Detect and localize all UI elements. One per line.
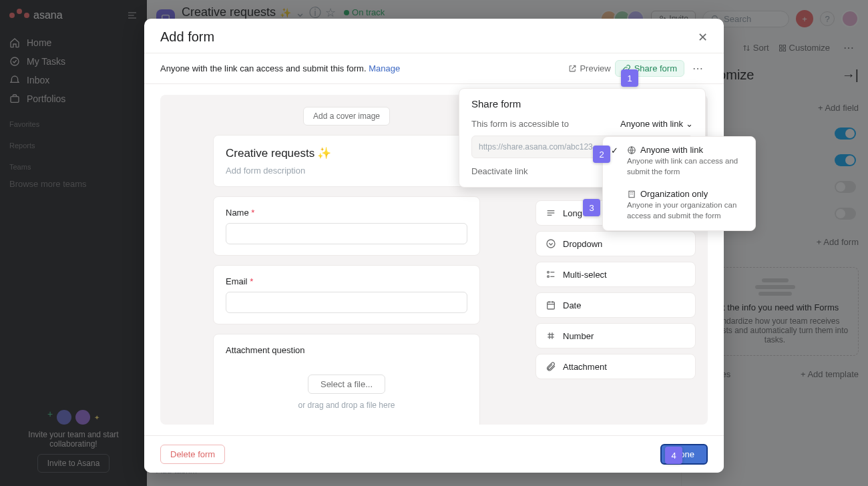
- access-option-anyone[interactable]: Anyone with link Anyone with link can ac…: [603, 140, 755, 184]
- share-popover-title: Share form: [471, 98, 693, 109]
- modal-footer: Delete form Done: [144, 435, 724, 473]
- callout-marker-2: 2: [593, 146, 610, 163]
- callout-marker-1: 1: [621, 69, 638, 87]
- access-option-organization[interactable]: Organization only Anyone in your organiz…: [603, 184, 755, 228]
- question-name[interactable]: Name *: [213, 196, 480, 256]
- access-message: Anyone with the link can access and subm…: [160, 63, 400, 73]
- callout-marker-3: 3: [583, 199, 600, 216]
- form-description-placeholder[interactable]: Add form description: [226, 166, 467, 176]
- svg-point-17: [548, 271, 550, 273]
- qtype-date[interactable]: Date: [535, 292, 696, 318]
- org-icon: [627, 190, 636, 199]
- qtype-attachment[interactable]: Attachment: [535, 354, 696, 379]
- close-button[interactable]: ✕: [698, 30, 708, 45]
- sparkle-icon: ✨: [317, 146, 331, 160]
- add-cover-image-button[interactable]: Add a cover image: [303, 107, 390, 126]
- text-input[interactable]: [226, 292, 467, 313]
- external-link-icon: [568, 64, 577, 73]
- manage-link[interactable]: Manage: [369, 63, 400, 73]
- drag-hint: or drag and drop a file here: [233, 401, 460, 410]
- access-select[interactable]: Anyone with link ⌄: [620, 119, 693, 129]
- access-options-dropdown: Anyone with link Anyone with link can ac…: [602, 136, 756, 231]
- qtype-dropdown[interactable]: Dropdown: [535, 231, 696, 256]
- svg-rect-21: [548, 302, 555, 309]
- qtype-multiselect[interactable]: Multi-select: [535, 262, 696, 287]
- delete-form-button[interactable]: Delete form: [160, 445, 225, 464]
- svg-point-18: [548, 276, 550, 278]
- text-input[interactable]: [226, 223, 467, 244]
- access-label: This form is accessible to: [471, 119, 614, 129]
- add-form-modal: Add form ✕ Anyone with the link can acce…: [144, 19, 724, 473]
- select-file-button[interactable]: Select a file...: [308, 375, 385, 394]
- svg-point-16: [547, 240, 555, 248]
- form-header-card[interactable]: Creative requests✨ Add form description: [213, 135, 480, 187]
- qtype-number[interactable]: Number: [535, 323, 696, 348]
- preview-button[interactable]: Preview: [568, 63, 610, 73]
- svg-rect-30: [629, 191, 634, 197]
- globe-icon: [627, 146, 636, 155]
- modal-title: Add form: [160, 29, 214, 45]
- question-attachment[interactable]: Attachment question Select a file... or …: [213, 334, 480, 425]
- chevron-down-icon: ⌄: [686, 119, 693, 129]
- question-email[interactable]: Email *: [213, 265, 480, 324]
- callout-marker-4: 4: [665, 447, 682, 464]
- more-actions-icon[interactable]: ⋯: [688, 62, 708, 75]
